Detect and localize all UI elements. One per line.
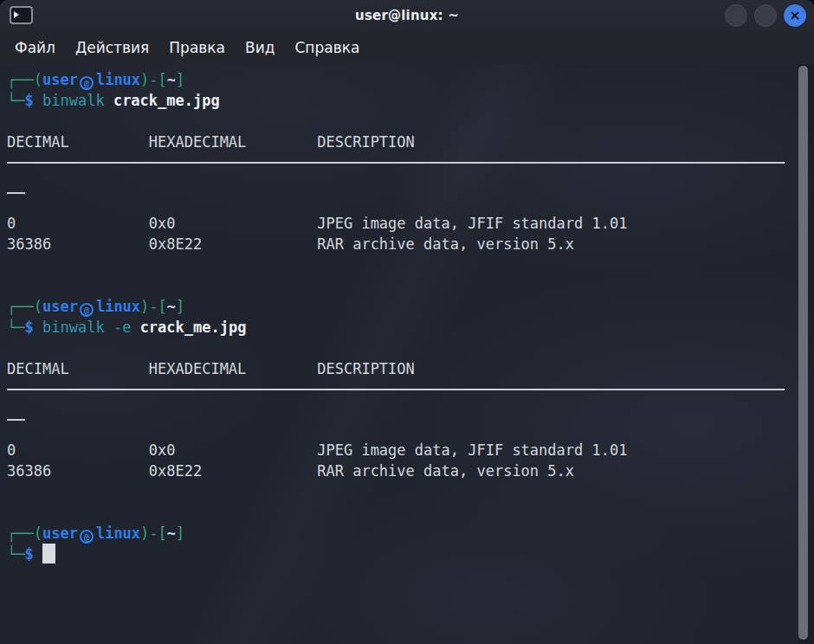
- terminal-text: ┌──(: [7, 525, 42, 542]
- terminal-line: 36386 0x8E22 RAR archive data, version 5…: [7, 234, 793, 254]
- menu-item-file[interactable]: Файл: [15, 39, 55, 56]
- terminal-text: ┌──(: [7, 298, 42, 315]
- terminal-viewport[interactable]: ┌──(user@linux)-[~]└─$ binwalk crack_me.…: [0, 64, 814, 644]
- terminal-line: [7, 192, 793, 213]
- menu-item-actions[interactable]: Действия: [75, 39, 149, 56]
- terminal-line: ┌──(user@linux)-[~]: [7, 296, 793, 317]
- terminal-line: [7, 254, 793, 275]
- terminal-line: 36386 0x8E22 RAR archive data, version 5…: [7, 460, 793, 481]
- terminal-text: user: [42, 298, 78, 315]
- terminal-text: user: [42, 71, 78, 88]
- terminal-text: 36386 0x8E22 RAR archive data, version 5…: [7, 462, 574, 480]
- terminal-text: $: [24, 545, 33, 563]
- terminal-text: crack_me.jpg: [113, 92, 220, 109]
- terminal-text: )-[: [140, 298, 167, 315]
- terminal-window: user@linux: ~ × Файл Действия Правка Вид…: [0, 0, 814, 644]
- separator-line: [7, 389, 785, 390]
- terminal-text: crack_me.jpg: [140, 319, 247, 336]
- terminal-text: [34, 545, 42, 563]
- terminal-text: binwalk: [42, 92, 105, 109]
- maximize-button[interactable]: [754, 4, 777, 27]
- terminal-line: ┌──(user@linux)-[~]: [7, 523, 793, 544]
- close-button[interactable]: ×: [784, 4, 806, 27]
- terminal-text: ~: [167, 71, 176, 88]
- terminal-text: linux: [96, 525, 140, 542]
- terminal-text: $: [24, 319, 33, 336]
- terminal-text: -e: [113, 319, 131, 336]
- terminal-line: [7, 419, 793, 440]
- terminal-text: [131, 319, 139, 336]
- terminal-body: ┌──(user@linux)-[~]└─$ binwalk crack_me.…: [7, 69, 793, 564]
- titlebar[interactable]: user@linux: ~ ×: [0, 0, 814, 31]
- terminal-text: DECIMAL HEXADECIMAL DESCRIPTION: [7, 133, 415, 151]
- terminal-line: └─$: [7, 544, 793, 564]
- window-title: user@linux: ~: [0, 8, 814, 23]
- terminal-text: └─: [7, 545, 24, 563]
- menu-bar: Файл Действия Правка Вид Справка: [0, 31, 814, 64]
- terminal-text: [34, 319, 42, 336]
- terminal-text: ~: [167, 525, 176, 542]
- terminal-text: binwalk: [42, 319, 105, 336]
- terminal-text: ]: [176, 298, 184, 315]
- terminal-text: ]: [176, 525, 184, 542]
- terminal-text: ]: [176, 71, 184, 88]
- terminal-text: └─: [7, 319, 24, 336]
- terminal-line: 0 0x0 JPEG image data, JFIF standard 1.0…: [7, 440, 793, 460]
- terminal-text: 0 0x0 JPEG image data, JFIF standard 1.0…: [7, 441, 627, 459]
- terminal-text: 36386 0x8E22 RAR archive data, version 5…: [7, 235, 574, 253]
- terminal-text: linux: [96, 298, 140, 315]
- terminal-text: [34, 92, 42, 109]
- scrollbar-track[interactable]: [798, 64, 814, 644]
- terminal-line: [7, 162, 793, 183]
- at-circle-icon: @: [80, 303, 94, 317]
- terminal-line: [7, 481, 793, 502]
- terminal-text: ~: [167, 298, 176, 315]
- terminal-line: └─$ binwalk crack_me.jpg: [7, 90, 793, 111]
- terminal-app-icon: [10, 6, 33, 24]
- separator-line: [7, 192, 25, 194]
- terminal-text: $: [24, 92, 33, 109]
- terminal-line: [7, 111, 793, 132]
- terminal-line: [7, 389, 793, 409]
- prompt-cursor-icon: [14, 11, 19, 18]
- terminal-text: user: [42, 525, 78, 542]
- menu-item-help[interactable]: Справка: [294, 39, 359, 56]
- minimize-button[interactable]: [725, 4, 747, 27]
- separator-line: [7, 419, 25, 421]
- terminal-text: ┌──(: [7, 71, 42, 88]
- separator-line: [7, 162, 785, 164]
- close-icon: ×: [789, 9, 800, 23]
- scrollbar-thumb[interactable]: [798, 66, 808, 640]
- terminal-line: ┌──(user@linux)-[~]: [7, 69, 793, 90]
- terminal-line: └─$ binwalk -e crack_me.jpg: [7, 317, 793, 338]
- at-circle-icon: @: [80, 530, 94, 544]
- terminal-line: [7, 275, 793, 296]
- terminal-line: [7, 502, 793, 523]
- terminal-text: linux: [96, 71, 140, 88]
- terminal-text: └─: [7, 92, 24, 109]
- terminal-text: 0 0x0 JPEG image data, JFIF standard 1.0…: [7, 215, 627, 232]
- terminal-text: [105, 319, 113, 336]
- terminal-line: [7, 338, 793, 358]
- menu-item-view[interactable]: Вид: [245, 39, 275, 56]
- terminal-text: DECIMAL HEXADECIMAL DESCRIPTION: [7, 360, 415, 377]
- terminal-line: DECIMAL HEXADECIMAL DESCRIPTION: [7, 132, 793, 152]
- menu-item-edit[interactable]: Правка: [169, 39, 225, 56]
- terminal-text: )-[: [140, 71, 167, 88]
- block-cursor: [42, 544, 55, 564]
- at-circle-icon: @: [80, 76, 94, 90]
- terminal-text: [105, 92, 113, 109]
- terminal-line: DECIMAL HEXADECIMAL DESCRIPTION: [7, 358, 793, 379]
- terminal-text: )-[: [140, 525, 167, 542]
- window-controls: ×: [725, 4, 806, 27]
- terminal-line: 0 0x0 JPEG image data, JFIF standard 1.0…: [7, 213, 793, 234]
